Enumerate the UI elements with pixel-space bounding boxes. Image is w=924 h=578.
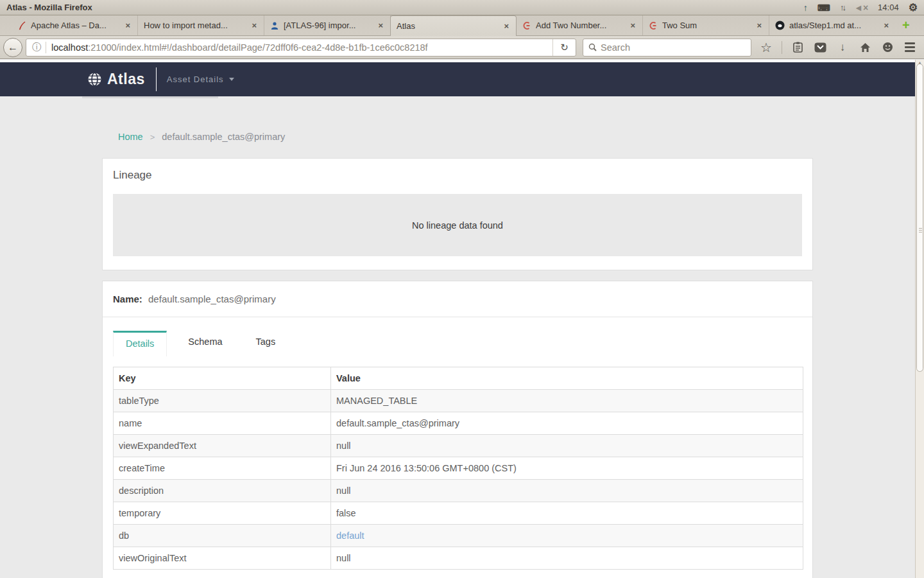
tab-atlas-96-jira[interactable]: [ATLAS-96] impor... × bbox=[264, 15, 391, 35]
tab-details[interactable]: Details bbox=[113, 331, 167, 356]
system-tray: ↑ ⌨ ↑↓ ◄× 14:04 ⚙ bbox=[803, 3, 918, 13]
scrollbar-thumb[interactable] bbox=[916, 64, 923, 372]
row-key: tableType bbox=[114, 390, 331, 412]
tab-label: Apache Atlas – Da... bbox=[31, 21, 119, 30]
page-scrollbar[interactable]: ▲ bbox=[915, 60, 924, 578]
tab-tags[interactable]: Tags bbox=[244, 331, 288, 356]
feedback-smiley-icon[interactable] bbox=[880, 42, 894, 53]
breadcrumb-home-link[interactable]: Home bbox=[118, 132, 143, 142]
new-tab-button[interactable]: + bbox=[896, 15, 916, 35]
row-value: null bbox=[331, 435, 803, 457]
tab-close-icon[interactable]: × bbox=[755, 21, 763, 30]
row-value: false bbox=[331, 502, 803, 525]
home-icon[interactable] bbox=[858, 42, 872, 53]
tab-how-to-import[interactable]: How to import metad... × bbox=[138, 15, 264, 35]
pocket-icon[interactable] bbox=[813, 42, 827, 53]
github-icon bbox=[775, 21, 785, 30]
site-info-icon[interactable]: ⓘ bbox=[26, 42, 46, 53]
tab-label: Two Sum bbox=[662, 21, 751, 30]
atlas-navbar: Atlas Asset Details bbox=[0, 62, 915, 96]
menu-hamburger-icon[interactable] bbox=[903, 42, 917, 52]
leetcode-icon bbox=[649, 21, 658, 30]
details-tabs: Details Schema Tags bbox=[103, 317, 812, 356]
network-activity-icon[interactable]: ↑↓ bbox=[840, 3, 844, 12]
url-bar[interactable]: ⓘ localhost :21000/index.html#!/dashboar… bbox=[26, 39, 576, 57]
breadcrumb-separator: > bbox=[150, 132, 155, 142]
toolbar-divider bbox=[782, 41, 782, 54]
table-header-row: Key Value bbox=[114, 367, 803, 390]
url-path: :21000/index.html#!/dashboard/detailPage… bbox=[88, 42, 552, 53]
tab-close-icon[interactable]: × bbox=[124, 21, 132, 30]
row-value: MANAGED_TABLE bbox=[331, 390, 803, 412]
reload-button[interactable]: ↻ bbox=[552, 39, 576, 56]
table-row: db default bbox=[114, 525, 803, 547]
tab-apache-atlas[interactable]: Apache Atlas – Da... × bbox=[12, 15, 138, 35]
system-top-bar: Atlas - Mozilla Firefox ↑ ⌨ ↑↓ ◄× 14:04 … bbox=[0, 0, 924, 15]
url-host: localhost bbox=[51, 42, 88, 53]
row-key: description bbox=[114, 480, 331, 502]
tab-close-icon[interactable]: × bbox=[377, 21, 384, 30]
row-key: viewOriginalText bbox=[114, 547, 331, 570]
volume-muted-icon[interactable]: ◄× bbox=[854, 3, 868, 12]
search-bar[interactable] bbox=[583, 39, 751, 57]
bookmarks-panel-icon[interactable] bbox=[791, 42, 805, 53]
download-icon[interactable]: ↓ bbox=[835, 41, 850, 54]
row-value: default.sample_ctas@primary bbox=[331, 412, 803, 435]
row-key: temporary bbox=[114, 502, 331, 525]
tab-add-two-numbers[interactable]: Add Two Number... × bbox=[517, 15, 643, 35]
bookmark-star-icon[interactable]: ☆ bbox=[759, 41, 773, 54]
session-gear-icon[interactable]: ⚙ bbox=[909, 3, 918, 13]
atlas-brand[interactable]: Atlas bbox=[88, 71, 145, 88]
tab-label: atlas/Step1.md at... bbox=[789, 21, 878, 30]
tab-close-icon[interactable]: × bbox=[629, 21, 637, 30]
asset-details-label: Asset Details bbox=[167, 74, 224, 84]
asset-name-row: Name: default.sample_ctas@primary bbox=[103, 281, 812, 317]
row-value: null bbox=[331, 480, 803, 502]
table-row: tableType MANAGED_TABLE bbox=[114, 390, 803, 412]
tab-close-icon[interactable]: × bbox=[882, 21, 890, 30]
asset-details-panel: Name: default.sample_ctas@primary Detail… bbox=[102, 281, 813, 578]
upload-indicator-icon[interactable]: ↑ bbox=[803, 3, 808, 12]
tab-label: Add Two Number... bbox=[536, 21, 624, 30]
lineage-empty-box: No lineage data found bbox=[113, 194, 802, 256]
name-value: default.sample_ctas@primary bbox=[148, 293, 276, 304]
tab-bar: Apache Atlas – Da... × How to import met… bbox=[0, 15, 924, 36]
tab-schema[interactable]: Schema bbox=[176, 331, 234, 356]
scrollbar-grip bbox=[919, 228, 922, 234]
db-default-link[interactable]: default bbox=[331, 525, 803, 547]
browser-viewport: Atlas Asset Details Home > default.sampl… bbox=[0, 60, 915, 578]
table-row: temporary false bbox=[114, 502, 803, 525]
jira-icon bbox=[270, 21, 279, 30]
lineage-empty-message: No lineage data found bbox=[412, 220, 503, 231]
tab-two-sum[interactable]: Two Sum × bbox=[643, 15, 769, 35]
tab-atlas-active[interactable]: Atlas × bbox=[390, 15, 517, 36]
search-icon bbox=[588, 43, 597, 51]
table-row: createTime Fri Jun 24 2016 13:50:06 GMT+… bbox=[114, 457, 803, 480]
leetcode-icon bbox=[522, 21, 531, 30]
asset-details-menu[interactable]: Asset Details bbox=[167, 74, 234, 84]
table-row: viewOriginalText null bbox=[114, 547, 803, 570]
brand-label: Atlas bbox=[107, 71, 145, 88]
row-key: name bbox=[114, 412, 331, 435]
row-key: createTime bbox=[114, 457, 331, 480]
search-input[interactable] bbox=[601, 42, 746, 53]
caret-down-icon bbox=[229, 78, 234, 81]
keyboard-layout-icon[interactable]: ⌨ bbox=[817, 3, 830, 12]
tab-label: How to import metad... bbox=[144, 21, 246, 30]
value-column-header: Value bbox=[331, 367, 803, 390]
tab-close-icon[interactable]: × bbox=[250, 21, 258, 30]
tab-close-icon[interactable]: × bbox=[502, 21, 510, 31]
row-value: null bbox=[331, 547, 803, 570]
lineage-panel: Lineage No lineage data found bbox=[102, 158, 813, 270]
navbar-header-underline bbox=[82, 96, 218, 98]
row-value: Fri Jun 24 2016 13:50:06 GMT+0800 (CST) bbox=[331, 457, 803, 480]
navbar-divider bbox=[156, 67, 157, 91]
tab-github-step1[interactable]: atlas/Step1.md at... × bbox=[769, 15, 896, 35]
lineage-title: Lineage bbox=[113, 169, 802, 182]
clock[interactable]: 14:04 bbox=[878, 3, 899, 12]
url-divider bbox=[46, 42, 46, 53]
row-key: viewExpandedText bbox=[114, 435, 331, 457]
breadcrumb: Home > default.sample_ctas@primary bbox=[118, 132, 285, 142]
back-button[interactable]: ← bbox=[3, 38, 22, 57]
navigation-toolbar: ← ⓘ localhost :21000/index.html#!/dashbo… bbox=[0, 36, 924, 59]
